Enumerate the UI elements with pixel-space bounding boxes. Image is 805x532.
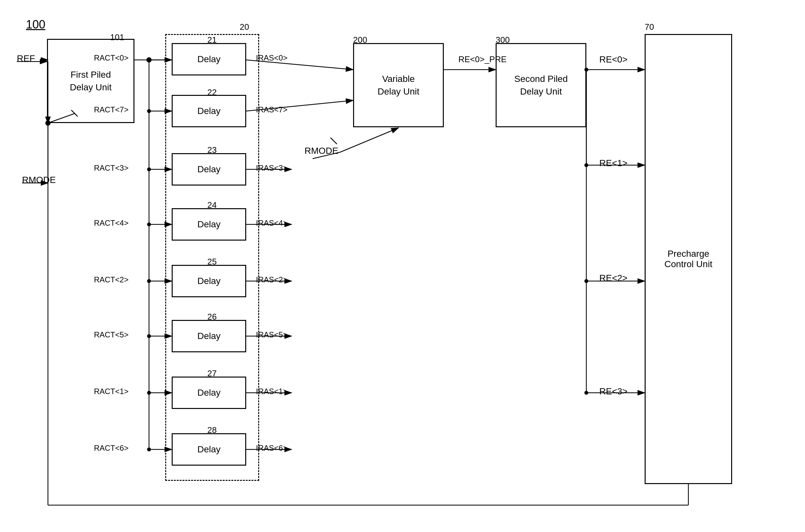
ref-signal: REF <box>17 53 35 64</box>
delay-box-24: Delay <box>172 208 246 241</box>
ract2-label: RACT<2> <box>94 275 129 284</box>
delay-box-22: Delay <box>172 95 246 127</box>
iras3-label: IRAS<3> <box>256 164 287 173</box>
delay-box-21: Delay <box>172 43 246 75</box>
ract1-label: RACT<1> <box>94 387 129 396</box>
ract3-label: RACT<3> <box>94 164 129 173</box>
ract5-label: RACT<5> <box>94 330 129 339</box>
diagram-title: 100 <box>26 18 45 32</box>
svg-point-14 <box>147 109 151 113</box>
iras5-label: IRAS<5> <box>256 330 287 339</box>
ract6-label: RACT<6> <box>94 443 129 453</box>
svg-point-20 <box>147 279 151 283</box>
rmode-signal-vdu: RMODE <box>304 146 338 156</box>
delay-label-25: Delay <box>197 276 221 286</box>
svg-point-12 <box>147 58 151 62</box>
re3-signal: RE<3> <box>599 386 628 397</box>
re0-pre-signal: RE<0>_PRE <box>458 54 507 64</box>
svg-point-16 <box>147 167 151 171</box>
ract4-label: RACT<4> <box>94 218 129 228</box>
svg-line-54 <box>331 138 337 144</box>
delay-label-28: Delay <box>197 444 221 455</box>
delay-label-24: Delay <box>197 219 221 230</box>
delay-box-27: Delay <box>172 377 246 409</box>
ref-70: 70 <box>645 22 654 32</box>
iras1-label: IRAS<1> <box>256 387 287 396</box>
iras6-label: IRAS<6> <box>256 443 287 453</box>
precharge-control-box: PrechargeControl Unit <box>645 34 732 484</box>
first-piled-label: First PiledDelay Unit <box>70 68 111 94</box>
iras7-label: IRAS<7> <box>256 105 287 114</box>
re1-signal: RE<1> <box>599 158 628 168</box>
variable-delay-box: VariableDelay Unit <box>353 43 444 127</box>
re0-signal: RE<0> <box>599 54 628 65</box>
ract7-label: RACT<7> <box>94 105 129 114</box>
delay-box-26: Delay <box>172 320 246 352</box>
delay-label-26: Delay <box>197 331 221 341</box>
variable-delay-label: VariableDelay Unit <box>377 73 419 98</box>
delay-label-22: Delay <box>197 106 221 116</box>
delay-label-27: Delay <box>197 387 221 398</box>
svg-point-11 <box>146 57 152 62</box>
ref-101: 101 <box>110 32 124 42</box>
delay-box-23: Delay <box>172 153 246 186</box>
svg-point-49 <box>584 163 588 167</box>
svg-point-24 <box>147 391 151 395</box>
svg-point-26 <box>147 448 151 451</box>
second-piled-delay-box: Second PiledDelay Unit <box>495 43 586 127</box>
second-piled-label: Second PiledDelay Unit <box>514 73 567 98</box>
iras4-label: IRAS<4> <box>256 218 287 228</box>
re2-signal: RE<2> <box>599 273 628 283</box>
ract0-label: RACT<0> <box>94 53 129 62</box>
iras0-label: IRAS<0> <box>256 53 287 62</box>
delay-label-23: Delay <box>197 164 221 174</box>
delay-label-21: Delay <box>197 54 221 64</box>
svg-line-37 <box>340 128 398 152</box>
precharge-label: PrechargeControl Unit <box>664 249 712 269</box>
delay-box-25: Delay <box>172 265 246 297</box>
ref-20: 20 <box>240 22 249 32</box>
svg-point-51 <box>584 391 588 395</box>
svg-point-18 <box>147 223 151 226</box>
svg-point-50 <box>584 279 588 283</box>
iras2-label: IRAS<2> <box>256 275 287 284</box>
svg-point-22 <box>147 334 151 338</box>
rmode-signal-left: RMODE <box>22 175 56 185</box>
delay-box-28: Delay <box>172 433 246 466</box>
